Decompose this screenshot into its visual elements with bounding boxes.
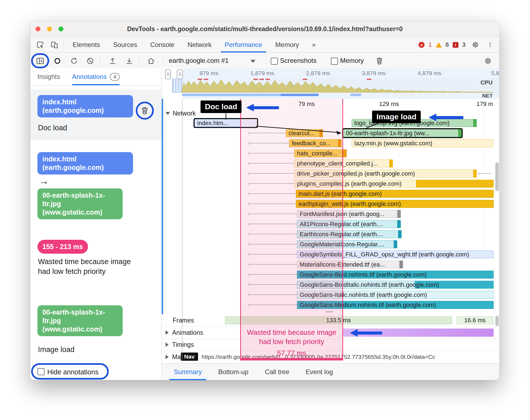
network-request-bar[interactable]: hats_compile... bbox=[294, 149, 347, 157]
network-request-bar[interactable]: GoogleSans-Italic.nohints.ttf (earth.goo… bbox=[297, 291, 494, 299]
timeline-minimap[interactable]: 879 ms 1,879 ms 2,879 ms 3,879 ms 4,879 … bbox=[162, 68, 499, 99]
kebab-menu-icon[interactable] bbox=[485, 41, 495, 49]
tutorial-arrow bbox=[350, 329, 382, 337]
tab-label: Call tree bbox=[265, 368, 289, 376]
screenshots-checkbox[interactable] bbox=[271, 58, 278, 65]
minimap-dimmed-region bbox=[183, 68, 499, 99]
issues-icon[interactable]: ! bbox=[453, 42, 458, 48]
chevron-right-icon[interactable] bbox=[166, 330, 169, 335]
network-request-bar[interactable]: GoogleSans-BoldItalic.nohints.ttf (earth… bbox=[297, 281, 494, 289]
vertical-scrollbar[interactable] bbox=[495, 162, 499, 191]
network-request-bar[interactable]: phenotype_client_compiled.j... bbox=[294, 159, 393, 167]
tab-annotations[interactable]: Annotations 4 bbox=[72, 68, 120, 85]
inspect-element-icon[interactable] bbox=[33, 37, 47, 52]
zoom-button[interactable] bbox=[58, 26, 63, 31]
network-group-label: Network bbox=[173, 110, 196, 117]
network-request-bar[interactable]: main.dart.js (earth.google.com) bbox=[296, 190, 494, 198]
annotation-chip[interactable]: index.html (earth.google.com) bbox=[37, 152, 133, 174]
device-toolbar-icon[interactable] bbox=[47, 37, 61, 52]
network-request-bar[interactable]: earthplugin_web.js (earth.google.com) bbox=[296, 200, 494, 208]
settings-gear-icon[interactable] bbox=[469, 41, 481, 49]
frame-duration-bar[interactable]: 16.6 ms bbox=[456, 316, 494, 324]
hide-annotations-checkbox[interactable] bbox=[37, 368, 45, 375]
tracks-section: Frames 133.5 ms 16.6 ms Animations bbox=[162, 314, 499, 363]
network-request-label: All1PIcons-Regular.otf (earth.... bbox=[300, 221, 383, 228]
network-request-bar[interactable]: feedback_co... bbox=[289, 139, 341, 147]
main-track-url: https://earth.google.com/web/0...0.37330… bbox=[202, 354, 491, 360]
annotation-chip[interactable]: 00-earth-splash-1x-ltr.jpg (www.gstatic.… bbox=[37, 305, 123, 336]
download-profile-icon[interactable] bbox=[123, 55, 135, 67]
network-request-bar[interactable]: 00-earth-splash-1x-ltr.jpg (ww... bbox=[343, 129, 462, 137]
delete-annotation-trash-icon[interactable] bbox=[140, 106, 149, 116]
network-request-label: MaterialIcons-Extended.ttf (ea... bbox=[300, 261, 385, 268]
network-request-bar[interactable]: index.htm... bbox=[195, 119, 257, 127]
network-request-bar[interactable]: GoogleSans-Bold.nohints.ttf (earth.googl… bbox=[297, 271, 494, 279]
profile-select[interactable]: earth.google.com #1 bbox=[169, 57, 229, 64]
network-request-bar[interactable]: lazy.min.js (www.gstatic.com) bbox=[352, 139, 493, 147]
request-queueing-whisker bbox=[249, 214, 297, 214]
network-request-bar[interactable]: plugins_compiled.js (earth.google.com) bbox=[294, 180, 494, 188]
network-request-bar[interactable]: EarthIcons-Regular.otf (earth.... bbox=[297, 230, 402, 238]
tab-call-tree[interactable]: Call tree bbox=[257, 363, 297, 380]
home-icon[interactable] bbox=[145, 55, 157, 67]
main-thread-track[interactable]: Ma Nav https://earth.google.com/web/0...… bbox=[162, 351, 499, 363]
network-request-label: earthplugin_web.js (earth.google.com) bbox=[299, 200, 401, 208]
record-icon[interactable] bbox=[51, 55, 63, 67]
minimize-button[interactable] bbox=[47, 26, 52, 31]
tab-insights[interactable]: Insights bbox=[37, 68, 60, 85]
network-request-bar[interactable]: drive_picker_compiled.js (earth.google.c… bbox=[294, 170, 477, 178]
network-request-label: index.htm... bbox=[197, 120, 228, 127]
tutorial-arrow bbox=[429, 114, 463, 121]
annotation-chip[interactable]: 00-earth-splash-1x-ltr.jpg (www.gstatic.… bbox=[37, 188, 123, 219]
chevron-right-icon[interactable] bbox=[166, 355, 169, 359]
upload-profile-icon[interactable] bbox=[107, 55, 119, 67]
network-group-header[interactable]: Network bbox=[166, 110, 196, 117]
animations-track-label: Animations bbox=[172, 329, 203, 336]
minimap-handle-left[interactable] bbox=[165, 69, 171, 79]
tab-memory[interactable]: Memory bbox=[269, 37, 306, 52]
tab-label: Performance bbox=[225, 41, 262, 49]
toggle-sidebar-icon[interactable] bbox=[34, 55, 46, 67]
clear-icon[interactable] bbox=[84, 55, 96, 67]
chevron-right-icon[interactable] bbox=[166, 342, 169, 347]
collect-garbage-icon[interactable] bbox=[373, 55, 385, 67]
network-request-label: main.dart.js (earth.google.com) bbox=[299, 190, 382, 197]
animations-track[interactable]: Animations bbox=[162, 327, 499, 339]
annotation-chip[interactable]: index.html (earth.google.com) bbox=[37, 95, 133, 117]
tab-console[interactable]: Console bbox=[144, 37, 181, 52]
annotation-chip-time-range[interactable]: 155 - 213 ms bbox=[37, 240, 88, 254]
frames-track[interactable]: Frames 133.5 ms 16.6 ms bbox=[162, 314, 499, 327]
more-tabs-button[interactable]: » bbox=[305, 37, 322, 52]
network-request-bar[interactable]: MaterialIcons-Extended.ttf (ea... bbox=[297, 261, 403, 268]
tab-bottom-up[interactable]: Bottom-up bbox=[210, 363, 257, 380]
screenshots-label: Screenshots bbox=[280, 57, 316, 64]
tab-performance[interactable]: Performance bbox=[218, 37, 269, 52]
network-request-bar[interactable]: FontManifest.json (earth.goog... bbox=[297, 210, 401, 218]
frame-duration-bar[interactable]: 133.5 ms bbox=[225, 316, 452, 324]
main-track-label: Ma bbox=[172, 353, 181, 361]
close-button[interactable] bbox=[36, 26, 40, 31]
network-request-bar[interactable]: GoogleMaterialIcons-Regular.... bbox=[297, 240, 397, 248]
tab-event-log[interactable]: Event log bbox=[298, 363, 341, 380]
chevron-down-icon[interactable] bbox=[251, 60, 255, 63]
request-tail-whisker bbox=[478, 173, 491, 174]
error-icon[interactable]: × bbox=[419, 42, 425, 48]
reload-and-record-icon[interactable] bbox=[68, 55, 80, 67]
devtools-window: DevTools - earth.google.com/static/multi… bbox=[30, 21, 499, 380]
tab-network[interactable]: Network bbox=[181, 37, 218, 52]
network-request-bar[interactable]: clearcut... bbox=[286, 129, 323, 137]
vertical-scrollbar[interactable] bbox=[495, 316, 499, 326]
tab-summary[interactable]: Summary bbox=[166, 363, 210, 380]
network-request-label: GoogleSans-Medium.nohints.ttf (earth.goo… bbox=[300, 301, 436, 309]
memory-checkbox[interactable] bbox=[331, 58, 338, 65]
capture-settings-gear-icon[interactable] bbox=[482, 55, 494, 67]
minimap-handle-right[interactable] bbox=[177, 69, 183, 79]
network-request-bar[interactable]: GoogleSans-Medium.nohints.ttf (earth.goo… bbox=[297, 301, 494, 309]
warning-icon[interactable] bbox=[436, 42, 442, 48]
annotation-entry-doc-load[interactable]: index.html (earth.google.com) Doc load bbox=[30, 90, 161, 140]
tab-elements[interactable]: Elements bbox=[66, 37, 107, 52]
timings-track[interactable]: Timings bbox=[162, 339, 499, 351]
tab-sources[interactable]: Sources bbox=[107, 37, 144, 52]
network-request-bar[interactable]: All1PIcons-Regular.otf (earth.... bbox=[297, 220, 401, 228]
network-request-bar[interactable]: GoogleSymbols_FILL_GRAD_opsz_wght.ttf (e… bbox=[297, 250, 494, 258]
